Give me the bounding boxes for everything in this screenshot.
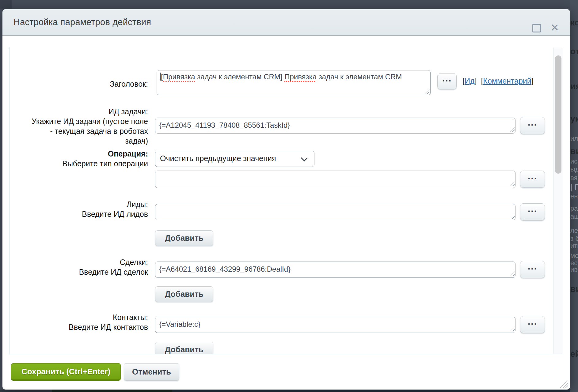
background-right-strip: ксотияукилвияис.ыдвяз| Пенращащленз бить… xyxy=(570,0,578,392)
operation-value-textarea[interactable] xyxy=(155,171,515,188)
operation-more-button[interactable]: ... xyxy=(520,171,545,188)
title-value-part: [ xyxy=(161,73,163,81)
task-id-sublabel-line: - текущая задача в роботах xyxy=(10,126,148,136)
contacts-more-button[interactable]: ... xyxy=(520,316,545,333)
close-icon[interactable]: ✕ xyxy=(549,21,561,34)
bracket: [ xyxy=(462,77,465,85)
background-text-fragment: вия xyxy=(570,146,578,156)
background-text-fragment: ив xyxy=(570,266,578,274)
title-value-part: задач к элементам CRM xyxy=(317,73,402,81)
id-link[interactable]: Ид xyxy=(465,77,475,85)
operation-label: Операция: Выберите тип операции xyxy=(10,149,148,168)
contacts-sublabel: Введите ИД контактов xyxy=(10,322,148,332)
leads-sublabel: Введите ИД лидов xyxy=(10,209,148,219)
contacts-label: Контакты: Введите ИД контактов xyxy=(10,312,148,332)
task-id-label-line: ИД задачи: xyxy=(10,107,148,116)
background-text-fragment: ме xyxy=(570,252,578,260)
background-text-fragment: ащ xyxy=(570,213,578,221)
background-top-strip xyxy=(0,0,578,9)
background-text-fragment: ия xyxy=(570,81,578,91)
leads-label: Лиды: Введите ИД лидов xyxy=(10,199,148,219)
background-bottom-segment xyxy=(0,390,52,392)
insert-links: [Ид] [Комментарий] xyxy=(462,77,534,85)
title-value-part: задач к элементам CRM] xyxy=(195,73,285,81)
text-caret xyxy=(160,73,161,81)
dialog-titlebar: Настройка параметров действия ✕ xyxy=(2,9,570,36)
bracket: ] xyxy=(531,77,534,85)
dialog-title: Настройка параметров действия xyxy=(13,17,151,27)
background-text-fragment: ращ xyxy=(570,205,578,213)
deals-label: Сделки: Введите ИД сделок xyxy=(10,257,148,277)
background-text-fragment: ил xyxy=(570,135,578,143)
leads-input[interactable] xyxy=(155,204,515,220)
contacts-label-line: Контакты: xyxy=(10,312,148,322)
deals-more-button[interactable]: ... xyxy=(520,261,545,278)
background-text-fragment: ис. xyxy=(570,157,578,165)
background-text-fragment: з б xyxy=(570,235,578,243)
save-button[interactable]: Сохранить (Ctrl+Enter) xyxy=(11,363,121,381)
background-text-fragment: кс xyxy=(570,18,578,28)
dialog-resize-grip-icon[interactable] xyxy=(559,380,568,388)
operation-select[interactable]: Очистить предыдущие значения xyxy=(155,151,314,167)
background-text-fragment: ук xyxy=(570,114,578,124)
deals-input[interactable]: {=A64021_68169_43299_96786:DealId} xyxy=(155,262,515,278)
background-text-fragment: ейс xyxy=(570,349,578,359)
operation-label-line: Операция: xyxy=(108,149,148,158)
deals-sublabel: Введите ИД сделок xyxy=(10,267,148,277)
background-text-fragment: ви xyxy=(570,284,578,294)
task-id-more-button[interactable]: ... xyxy=(520,117,545,134)
resize-grip-icon[interactable] xyxy=(425,89,429,94)
title-textarea[interactable]: [Привязка задач к элементам CRM] Привязк… xyxy=(157,70,431,95)
operation-selected-option: Очистить предыдущие значения xyxy=(160,154,276,163)
task-id-label: ИД задачи: Укажите ИД задачи (пустое пол… xyxy=(10,107,148,146)
background-text-fragment: | П xyxy=(570,183,578,192)
background-text-fragment: ить xyxy=(570,242,578,250)
leads-add-button[interactable]: Добавить xyxy=(155,230,213,246)
background-text-fragment: ыд xyxy=(570,165,578,173)
deals-add-button[interactable]: Добавить xyxy=(155,286,213,302)
scrollbar-thumb[interactable] xyxy=(555,55,561,174)
task-id-sublabel-line: задач) xyxy=(10,136,148,146)
operation-sublabel: Выберите тип операции xyxy=(10,159,148,168)
background-text-fragment: ен xyxy=(570,192,578,200)
scrollbar-track[interactable] xyxy=(553,47,563,354)
background-text-fragment: вяз xyxy=(570,174,578,182)
contacts-add-button[interactable]: Добавить xyxy=(155,342,213,354)
title-value-part-misspelled: Привязка xyxy=(284,73,317,81)
action-settings-dialog: Настройка параметров действия ✕ Заголово… xyxy=(2,9,570,390)
form-scroll-panel: Заголовок: [Привязка задач к элементам C… xyxy=(9,47,563,354)
chevron-down-icon xyxy=(301,155,308,162)
task-id-input[interactable]: {=A12045_41193_78408_85561:TaskId} xyxy=(155,118,515,134)
task-id-sublabel-line: Укажите ИД задачи (пустое поле xyxy=(10,116,148,126)
background-text-fragment: от xyxy=(570,47,578,56)
title-label: Заголовок: xyxy=(10,79,148,89)
leads-more-button[interactable]: ... xyxy=(520,203,545,221)
deals-label-line: Сделки: xyxy=(10,257,148,267)
background-bottom-segment xyxy=(52,390,172,392)
title-more-button[interactable]: ... xyxy=(437,73,457,89)
screen: ксотияукилвияис.ыдвяз| Пенращащленз бить… xyxy=(0,0,578,392)
title-value-part-misspelled: Привязка xyxy=(163,73,195,81)
cancel-button[interactable]: Отменить xyxy=(124,363,179,381)
comment-link[interactable]: Комментарий xyxy=(483,77,531,85)
bracket: ] xyxy=(475,77,477,85)
leads-label-line: Лиды: xyxy=(10,199,148,209)
maximize-icon[interactable] xyxy=(532,24,541,32)
background-top-corner xyxy=(0,0,12,9)
background-text-fragment: лен xyxy=(570,227,578,235)
contacts-input[interactable]: {=Variable:c} xyxy=(155,317,515,333)
